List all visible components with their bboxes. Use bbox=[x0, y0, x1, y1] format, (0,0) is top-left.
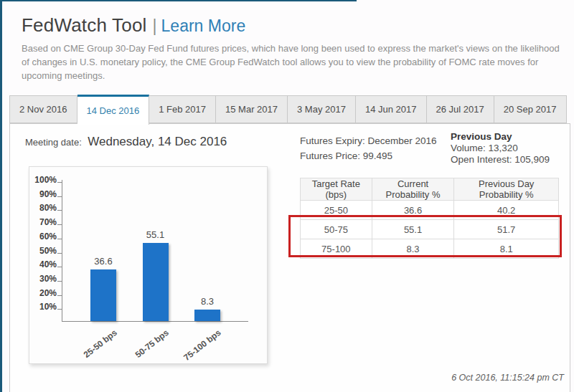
y-tick-label: 70% bbox=[29, 217, 57, 227]
y-tick-mark bbox=[57, 182, 62, 183]
table-cell: 50-75 bbox=[301, 220, 372, 239]
table-cell: 75-100 bbox=[301, 239, 372, 259]
page-title: FedWatch Tool bbox=[22, 14, 147, 36]
volume-value: 13,320 bbox=[489, 143, 518, 153]
title-separator: | bbox=[153, 16, 157, 35]
y-tick-mark bbox=[57, 295, 62, 296]
column-header-current-probability-: Current Probability % bbox=[372, 178, 454, 201]
futures-info: Futures Expiry: December 2016 Futures Pr… bbox=[300, 133, 437, 163]
header-row: Target Rate (bps)Current Probability %Pr… bbox=[301, 178, 559, 201]
meeting-date: Meeting date: Wednesday, 14 Dec 2016 bbox=[25, 135, 227, 149]
tab-15-mar-2017[interactable]: 15 Mar 2017 bbox=[216, 95, 288, 123]
previous-day-volume-line: Volume: 13,320 bbox=[451, 143, 550, 154]
table-cell: 40.2 bbox=[454, 201, 559, 220]
y-tick-label: 60% bbox=[29, 231, 57, 242]
meeting-tabs: 2 Nov 201614 Dec 20161 Feb 201715 Mar 20… bbox=[9, 95, 567, 123]
meeting-date-label: Meeting date: bbox=[25, 137, 82, 148]
bar-value-label: 55.1 bbox=[127, 229, 184, 240]
volume-label: Volume: bbox=[451, 143, 486, 153]
probability-table-body: 25-5036.640.250-7555.151.775-1008.38.1 bbox=[301, 201, 559, 259]
tab-3-may-2017[interactable]: 3 May 2017 bbox=[288, 95, 356, 123]
tab-2-nov-2016[interactable]: 2 Nov 2016 bbox=[9, 95, 77, 123]
table-row-75-100: 75-1008.38.1 bbox=[301, 239, 559, 259]
meeting-date-value: Wednesday, 14 Dec 2016 bbox=[88, 135, 227, 148]
probability-chart: 10%20%30%40%50%60%70%80%90%100%36.625-50… bbox=[29, 166, 268, 364]
tab-14-jun-2017[interactable]: 14 Jun 2017 bbox=[356, 95, 427, 123]
table-cell: 25-50 bbox=[301, 201, 372, 220]
table-cell: 8.1 bbox=[454, 239, 559, 259]
probability-table-head: Target Rate (bps)Current Probability %Pr… bbox=[301, 178, 559, 201]
table-cell: 8.3 bbox=[372, 239, 454, 259]
y-tick-label: 80% bbox=[29, 203, 57, 213]
learn-more-link[interactable]: Learn More bbox=[161, 16, 246, 35]
previous-day-title: Previous Day bbox=[451, 131, 550, 143]
y-tick-label: 50% bbox=[29, 246, 57, 256]
futures-price-value: 99.495 bbox=[363, 150, 392, 161]
futures-price-line: Futures Price: 99.495 bbox=[300, 148, 437, 163]
window-top-border bbox=[0, 0, 357, 1]
fedwatch-page: FedWatch Tool|Learn More Based on CME Gr… bbox=[0, 0, 574, 392]
y-tick-mark bbox=[57, 196, 62, 197]
futures-expiry-line: Futures Expiry: December 2016 bbox=[300, 133, 437, 148]
table-cell: 51.7 bbox=[454, 220, 559, 239]
table-row-50-75: 50-7555.151.7 bbox=[301, 220, 559, 239]
y-tick-mark bbox=[57, 253, 62, 254]
x-tick-label: 50-75 bps bbox=[133, 328, 171, 360]
bar-50-75-bps[interactable] bbox=[143, 243, 169, 321]
y-tick-label: 40% bbox=[29, 259, 57, 269]
bar-value-label: 36.6 bbox=[75, 256, 132, 267]
x-tick-label: 75-100 bps bbox=[182, 328, 223, 363]
tab-14-dec-2016[interactable]: 14 Dec 2016 bbox=[77, 95, 150, 125]
y-tick-label: 90% bbox=[29, 189, 57, 199]
tab-1-feb-2017[interactable]: 1 Feb 2017 bbox=[149, 95, 216, 123]
previous-day-open-interest-line: Open Interest: 105,909 bbox=[451, 154, 550, 166]
bar-25-50-bps[interactable] bbox=[90, 269, 116, 321]
bar-value-label: 8.3 bbox=[179, 296, 236, 307]
tab-26-jul-2017[interactable]: 26 Jul 2017 bbox=[427, 95, 494, 123]
y-tick-label: 100% bbox=[29, 175, 57, 185]
table-cell: 55.1 bbox=[372, 220, 454, 239]
x-tick-label: 25-50 bps bbox=[81, 328, 118, 360]
futures-price-label: Futures Price: bbox=[300, 150, 360, 161]
table-cell: 36.6 bbox=[372, 201, 454, 220]
y-tick-label: 20% bbox=[29, 288, 57, 298]
x-axis-line bbox=[62, 321, 248, 322]
open-interest-value: 105,909 bbox=[514, 154, 550, 165]
open-interest-label: Open Interest: bbox=[451, 154, 512, 165]
table-row-25-50: 25-5036.640.2 bbox=[301, 201, 559, 220]
y-tick-mark bbox=[57, 309, 62, 310]
y-tick-label: 10% bbox=[29, 302, 57, 312]
column-header-previous-day-probability-: Previous Day Probability % bbox=[454, 178, 559, 201]
y-tick-mark bbox=[57, 239, 62, 239]
y-tick-label: 30% bbox=[29, 274, 57, 284]
futures-expiry-value: December 2016 bbox=[368, 135, 437, 146]
timestamp: 6 Oct 2016, 11:15:24 pm CT bbox=[451, 373, 564, 383]
futures-expiry-label: Futures Expiry: bbox=[300, 135, 365, 146]
y-axis-line bbox=[62, 180, 62, 321]
column-header-target-rate-bps: Target Rate (bps) bbox=[301, 178, 372, 201]
previous-day-info: Previous Day Volume: 13,320 Open Interes… bbox=[451, 131, 550, 166]
probability-table: Target Rate (bps)Current Probability %Pr… bbox=[300, 178, 559, 259]
y-tick-mark bbox=[57, 224, 62, 225]
y-tick-mark bbox=[57, 281, 62, 282]
y-tick-mark bbox=[57, 210, 62, 211]
tab-20-sep-2017[interactable]: 20 Sep 2017 bbox=[494, 95, 567, 123]
title-row: FedWatch Tool|Learn More bbox=[22, 14, 245, 37]
y-tick-mark bbox=[57, 267, 62, 267]
bar-75-100-bps[interactable] bbox=[194, 310, 220, 321]
page-description: Based on CME Group 30-Day Fed Fund futur… bbox=[22, 42, 568, 82]
window-left-border bbox=[0, 0, 2, 392]
